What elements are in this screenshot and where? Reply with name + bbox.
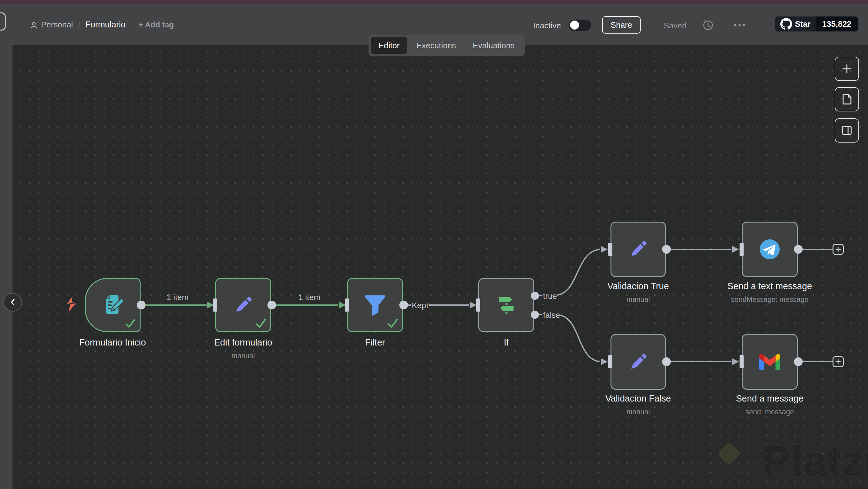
github-star-button[interactable]: Star — [775, 16, 816, 32]
github-star-label: Star — [795, 19, 811, 29]
pencil-icon — [626, 350, 650, 374]
node-title-edit-fields: Edit formulario — [175, 338, 312, 348]
output-label-true: true — [543, 291, 557, 301]
platzi-text-watermark: Platzi — [762, 436, 868, 485]
node-validation-false[interactable] — [611, 334, 666, 390]
history-icon[interactable] — [702, 19, 714, 31]
node-form-trigger[interactable] — [85, 278, 141, 332]
pencil-icon — [231, 293, 255, 317]
node-title-if: If — [438, 338, 575, 348]
share-button[interactable]: Share — [602, 16, 641, 34]
breadcrumb: Personal / Formulario + Add tag — [30, 4, 174, 45]
trigger-bolt-icon — [64, 296, 79, 313]
activation-toggle[interactable] — [568, 19, 591, 31]
view-tabs: Editor Executions Evaluations — [369, 35, 525, 56]
wire-label-items-a: 1 item — [167, 293, 189, 302]
tab-executions[interactable]: Executions — [409, 37, 463, 54]
plus-icon — [835, 359, 841, 365]
node-filter[interactable] — [347, 278, 403, 332]
workflow-name[interactable]: Formulario — [85, 20, 125, 30]
plus-icon — [841, 63, 853, 75]
add-tag-button[interactable]: + Add tag — [138, 20, 174, 29]
add-next-node-button-bottom[interactable] — [833, 356, 844, 367]
wire-label-items-b: 1 item — [299, 293, 321, 302]
node-subtitle-edit-fields: manual — [175, 352, 312, 360]
output-label-false: false — [543, 310, 560, 320]
more-options-icon[interactable] — [733, 22, 746, 28]
save-status: Saved — [664, 21, 687, 30]
add-next-node-button-top[interactable] — [833, 244, 844, 255]
node-subtitle-gmail: send: message — [701, 408, 838, 416]
success-check-icon — [124, 317, 136, 329]
node-telegram[interactable] — [742, 222, 798, 277]
header-divider — [761, 4, 761, 45]
node-title-validation-false: Validacion False — [570, 394, 707, 404]
node-title-filter: Filter — [307, 338, 443, 348]
add-sticky-note-button[interactable] — [835, 87, 859, 111]
pencil-icon — [626, 237, 650, 261]
node-gmail[interactable] — [742, 334, 798, 390]
tab-evaluations[interactable]: Evaluations — [465, 37, 522, 54]
node-title-form-trigger: Formulario Inicio — [44, 338, 181, 348]
workflow-canvas[interactable] — [13, 45, 868, 489]
node-subtitle-validation-true: manual — [570, 295, 707, 304]
success-check-icon — [255, 317, 267, 329]
node-title-telegram: Send a text message — [701, 281, 838, 291]
sticky-note-icon — [841, 93, 853, 106]
github-icon — [780, 18, 792, 30]
n8n-workflow-editor: Platzi Personal / Formulario + Add tag I… — [0, 0, 868, 489]
success-check-icon — [386, 317, 399, 329]
collapsed-sidebar — [0, 4, 13, 489]
tab-editor[interactable]: Editor — [371, 37, 407, 54]
form-document-icon — [100, 293, 125, 317]
plus-icon — [835, 247, 841, 252]
github-star-count[interactable]: 135,822 — [816, 16, 858, 32]
collapse-sidebar-button[interactable] — [3, 293, 22, 312]
activation-status-label: Inactive — [533, 21, 561, 30]
chevron-left-icon — [9, 298, 16, 306]
breadcrumb-project[interactable]: Personal — [30, 20, 73, 30]
toggle-knob — [570, 21, 579, 30]
sidebar-panel-edge — [0, 12, 6, 30]
split-panel-icon — [841, 124, 853, 137]
node-title-gmail: Send a message — [701, 394, 838, 404]
node-validation-true[interactable] — [611, 222, 666, 277]
signpost-icon — [494, 293, 519, 317]
project-name: Personal — [41, 20, 73, 30]
node-if[interactable] — [478, 278, 534, 332]
telegram-icon — [760, 239, 780, 260]
node-edit-fields[interactable] — [215, 278, 271, 332]
gmail-icon — [759, 354, 780, 370]
wire-label-kept: Kept — [412, 301, 429, 310]
top-accent-bar — [0, 0, 868, 4]
node-subtitle-telegram: sendMessage: message — [701, 295, 838, 304]
person-icon — [30, 21, 38, 29]
breadcrumb-separator: / — [78, 20, 81, 30]
node-title-validation-true: Validacion True — [570, 281, 707, 291]
add-node-button[interactable] — [835, 57, 859, 81]
funnel-icon — [363, 293, 387, 317]
github-star-widget[interactable]: Star 135,822 — [775, 16, 858, 32]
node-subtitle-validation-false: manual — [570, 408, 707, 416]
toggle-panel-button[interactable] — [835, 118, 859, 143]
